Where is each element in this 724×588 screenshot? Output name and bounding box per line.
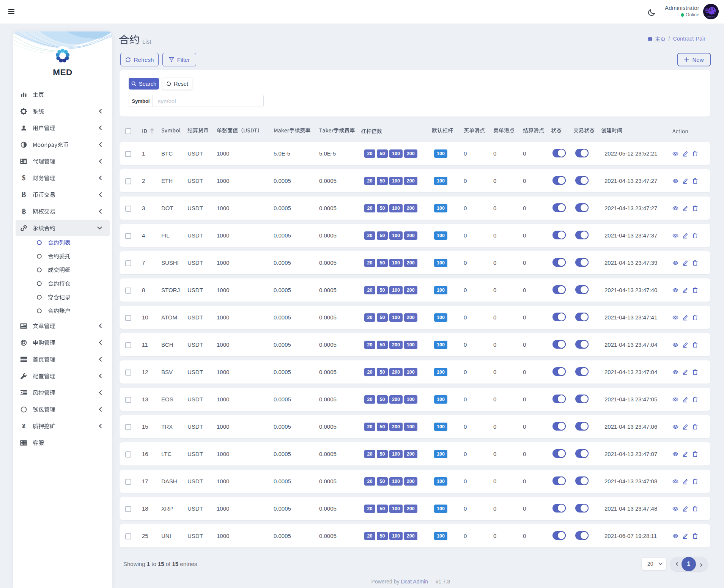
svg-text:¥: ¥	[22, 423, 25, 429]
svg-text:B: B	[21, 192, 26, 198]
svg-text:$: $	[22, 175, 25, 181]
svg-text:STAKING: STAKING	[707, 16, 715, 18]
svg-text:B: B	[22, 208, 26, 215]
